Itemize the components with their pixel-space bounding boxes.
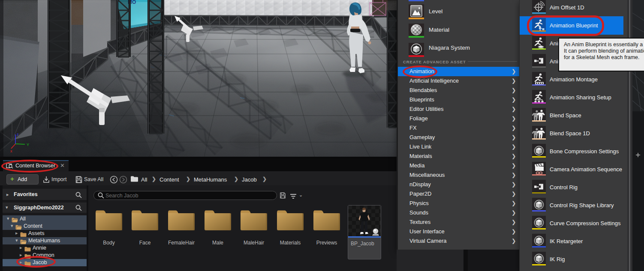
- svg-text:z: z: [17, 132, 19, 137]
- svg-text:x: x: [10, 149, 12, 153]
- svg-text:Y: Y: [27, 143, 29, 147]
